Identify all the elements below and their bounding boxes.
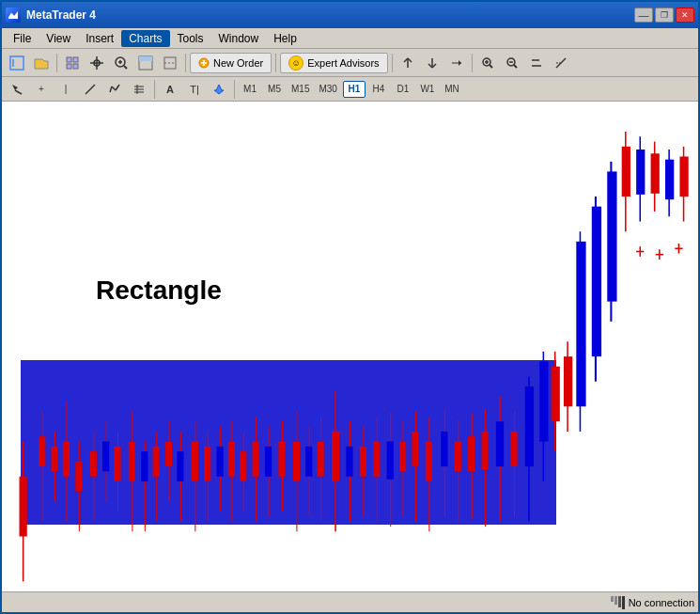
minimize-button[interactable]: — (634, 8, 653, 23)
separator-1 (56, 54, 57, 72)
close-button[interactable]: ✕ (676, 8, 694, 23)
svg-rect-96 (318, 442, 324, 477)
menu-charts[interactable]: Charts (121, 30, 169, 47)
connection-icon (611, 596, 625, 609)
svg-rect-126 (525, 386, 534, 466)
svg-rect-90 (278, 442, 285, 477)
svg-rect-142 (636, 150, 645, 195)
svg-line-33 (514, 65, 517, 68)
zoom-button[interactable] (110, 53, 132, 73)
svg-line-44 (116, 85, 119, 90)
svg-rect-110 (412, 432, 418, 466)
main-window: MetaTrader 4 — ❐ ✕ File View Insert Char… (0, 0, 700, 614)
new-order-button[interactable]: New Order (190, 53, 272, 73)
svg-rect-144 (651, 153, 660, 194)
toolbar-main: New Order ☺ Expert Advisors (2, 49, 698, 77)
cycle-tool[interactable] (103, 79, 126, 100)
textbox-tool[interactable]: T| (183, 79, 206, 100)
svg-rect-66 (129, 442, 135, 482)
svg-rect-148 (679, 156, 688, 197)
tf-m1[interactable]: M1 (239, 81, 261, 98)
separator-4 (392, 54, 393, 72)
svg-rect-88 (265, 447, 272, 477)
candlestick-chart (2, 102, 698, 591)
menu-tools[interactable]: Tools (170, 30, 211, 47)
indicators-button[interactable] (550, 53, 572, 73)
svg-rect-58 (75, 462, 82, 492)
tf-d1[interactable]: D1 (392, 81, 414, 98)
tf-m15[interactable]: M15 (288, 81, 313, 98)
expert-advisors-button[interactable]: ☺ Expert Advisors (280, 53, 387, 73)
tf-mn[interactable]: MN (441, 81, 463, 98)
svg-rect-118 (468, 436, 474, 471)
menu-window[interactable]: Window (211, 30, 267, 47)
svg-rect-78 (204, 447, 210, 481)
restore-button[interactable]: ❐ (655, 8, 674, 23)
autoscroll-button[interactable] (525, 53, 548, 73)
connection-status: No connection (629, 597, 694, 608)
zoom-in-button[interactable] (476, 53, 499, 73)
svg-rect-92 (293, 442, 300, 482)
tf-h4[interactable]: H4 (367, 81, 390, 98)
menu-help[interactable]: Help (266, 30, 304, 47)
svg-rect-56 (63, 442, 70, 477)
grid-tool[interactable] (128, 79, 150, 100)
line-tool[interactable]: | (54, 79, 77, 100)
template-button[interactable] (134, 53, 157, 73)
tf-w1[interactable]: W1 (416, 81, 439, 98)
svg-rect-76 (192, 442, 198, 482)
crosshair-tool[interactable]: + (30, 79, 53, 100)
svg-rect-98 (332, 432, 339, 481)
svg-rect-132 (564, 356, 572, 406)
tf-m30[interactable]: M30 (315, 81, 340, 98)
profiles-button[interactable] (61, 53, 84, 73)
menu-file[interactable]: File (6, 30, 39, 47)
svg-rect-106 (387, 442, 394, 480)
diagonal-tool[interactable] (79, 79, 101, 100)
separator-draw (154, 80, 155, 99)
tf-m5[interactable]: M5 (263, 81, 286, 98)
svg-rect-70 (153, 447, 160, 477)
svg-rect-136 (592, 207, 601, 356)
svg-rect-5 (73, 64, 78, 69)
svg-marker-39 (12, 85, 18, 90)
crosshair-button[interactable] (86, 53, 108, 73)
svg-rect-128 (539, 361, 548, 441)
chart-shift-button[interactable] (445, 53, 468, 73)
svg-rect-84 (240, 451, 246, 481)
sell-button[interactable] (421, 53, 443, 73)
tf-h1[interactable]: H1 (343, 81, 366, 98)
svg-rect-116 (455, 442, 461, 472)
color-tool[interactable] (208, 79, 230, 100)
svg-marker-27 (459, 60, 461, 66)
period-sep-button[interactable] (159, 53, 181, 73)
open-button[interactable] (30, 53, 53, 73)
menu-insert[interactable]: Insert (78, 30, 121, 47)
svg-rect-68 (141, 451, 148, 481)
svg-rect-0 (10, 56, 23, 70)
svg-rect-72 (165, 442, 172, 467)
arrow-tool[interactable] (6, 79, 28, 100)
svg-line-41 (86, 85, 95, 94)
separator-tf (234, 80, 235, 99)
svg-rect-82 (228, 442, 235, 477)
separator-5 (472, 54, 473, 72)
menu-view[interactable]: View (39, 30, 78, 47)
separator-3 (275, 54, 276, 72)
svg-rect-52 (39, 436, 45, 466)
zoom-out-button[interactable] (501, 53, 523, 73)
svg-line-29 (490, 65, 492, 68)
svg-rect-138 (607, 171, 616, 301)
new-chart-button[interactable] (6, 53, 28, 73)
svg-rect-108 (399, 442, 406, 472)
svg-rect-60 (90, 451, 97, 477)
svg-rect-94 (305, 447, 312, 477)
chart-area[interactable]: Rectangle (2, 102, 698, 591)
status-right: No connection (611, 596, 694, 609)
svg-rect-120 (481, 432, 488, 469)
buy-button[interactable] (397, 53, 419, 73)
text-tool[interactable]: A (159, 79, 181, 100)
svg-rect-100 (346, 447, 352, 477)
app-icon (6, 8, 21, 23)
svg-rect-122 (496, 421, 504, 466)
